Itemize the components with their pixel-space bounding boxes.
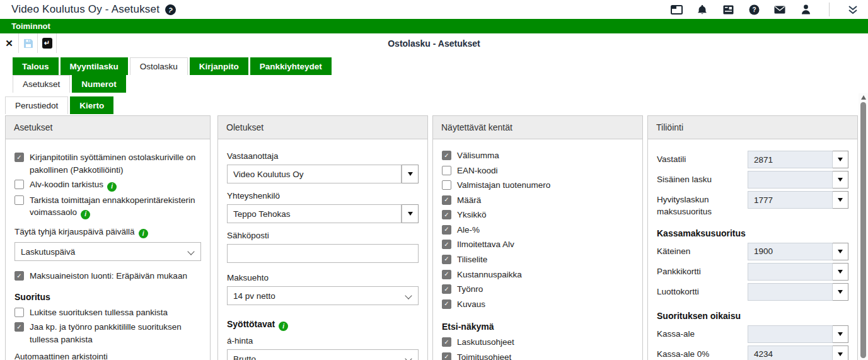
header-icon-bar: ?	[670, 3, 859, 16]
checkbox-label: Yksikkö	[457, 209, 487, 221]
tabrow-sections: Asetukset Numerot	[0, 75, 868, 93]
save-button[interactable]	[19, 33, 38, 53]
account-field[interactable]: 1777	[748, 191, 833, 209]
toolbar-title: Ostolasku - Asetukset	[0, 33, 868, 53]
checkbox-label: Jaa kp. ja työnro pankkitilille suorituk…	[30, 321, 201, 345]
account-field[interactable]: 4234	[748, 345, 833, 360]
checkbox[interactable]	[14, 271, 24, 281]
syottotavat-heading: Syöttötavat	[227, 319, 275, 329]
check-lukitse-suoritus: Lukitse suorituksen tullessa pankista	[14, 306, 201, 319]
settings-panels: Asetukset Kirjanpitotilin syöttäminen os…	[5, 115, 868, 360]
check-yksikko: Yksikkö	[442, 209, 634, 221]
yhteyshenkilo-label: Yhteyshenkilö	[227, 191, 419, 200]
tab-talous[interactable]: Talous	[13, 57, 59, 75]
vertical-scrollbar[interactable]	[859, 93, 868, 360]
account-dropdown-button[interactable]	[833, 243, 848, 260]
chevron-double-down-icon[interactable]	[847, 3, 859, 16]
close-button[interactable]: ✕	[0, 33, 19, 53]
row-hyvityslaskun-maksusuoritus: Hyvityslaskun maksusuoritus 1777	[657, 191, 848, 218]
mail-icon[interactable]	[773, 3, 786, 16]
account-dropdown-button[interactable]	[833, 171, 848, 189]
vastaanottaja-input[interactable]	[227, 165, 402, 183]
checkbox[interactable]	[14, 153, 24, 162]
checkbox[interactable]	[14, 322, 24, 332]
tab-kierto[interactable]: Kierto	[70, 96, 113, 114]
checkbox[interactable]	[442, 210, 451, 219]
checkbox[interactable]	[442, 270, 451, 279]
date-fill-select[interactable]: Laskutuspäivä	[14, 242, 201, 261]
checkbox[interactable]	[442, 180, 451, 190]
checkbox-label: Työnro	[457, 283, 483, 296]
checkbox[interactable]	[14, 308, 24, 317]
account-field[interactable]	[748, 283, 833, 301]
account-field[interactable]	[748, 263, 833, 281]
tab-perustiedot[interactable]: Perustiedot	[5, 96, 68, 114]
info-icon[interactable]: i	[81, 210, 90, 219]
account-dropdown-button[interactable]	[833, 345, 848, 360]
checkbox[interactable]	[14, 195, 24, 205]
toolbar: ✕ ↵ Ostolasku - Asetukset	[0, 33, 868, 53]
checkbox[interactable]	[442, 352, 451, 360]
dropdown-arrow-icon	[838, 290, 843, 294]
check-tiliselite: Tiliselite	[442, 253, 634, 266]
checkbox[interactable]	[442, 284, 451, 294]
help-circle-icon[interactable]: ?	[748, 3, 760, 16]
tab-pankkiyhteydet[interactable]: Pankkiyhteydet	[250, 57, 332, 75]
sahkoposti-input[interactable]	[227, 244, 419, 263]
checkbox[interactable]	[442, 240, 451, 249]
tab-kirjanpito[interactable]: Kirjanpito	[190, 57, 248, 75]
account-field[interactable]	[748, 325, 833, 343]
tab-myyntilasku[interactable]: Myyntilasku	[61, 57, 128, 75]
window-icon[interactable]	[670, 3, 683, 16]
checkbox[interactable]	[442, 151, 451, 160]
checkbox[interactable]	[442, 299, 451, 309]
vastaanottaja-dropdown-button[interactable]	[402, 165, 419, 183]
maksuehto-select[interactable]: 14 pv netto	[227, 286, 419, 305]
account-field[interactable]: 1900	[748, 243, 833, 260]
checkbox[interactable]	[442, 255, 451, 264]
checkbox[interactable]	[442, 337, 451, 347]
tab-asetukset[interactable]: Asetukset	[13, 75, 70, 93]
exit-icon: ↵	[42, 38, 52, 49]
dropdown-arrow-icon	[838, 198, 843, 202]
tab-numerot[interactable]: Numerot	[72, 75, 126, 93]
account-field[interactable]	[748, 171, 833, 189]
account-dropdown-button[interactable]	[833, 263, 848, 281]
check-valisumma: Välisumma	[442, 149, 634, 162]
info-icon[interactable]: i	[139, 229, 148, 238]
dropdown-arrow-icon	[838, 332, 843, 336]
suorituksen-oikaisu-heading: Suorituksen oikaisu	[657, 311, 848, 321]
menu-toiminnot[interactable]: Toiminnot	[11, 21, 50, 31]
bell-icon[interactable]	[696, 3, 709, 16]
checkbox[interactable]	[442, 166, 451, 175]
row-kassa-ale-0: Kassa-ale 0% 4234	[657, 345, 848, 360]
check-ennakkoperintarekisteri: Tarkista toimittajan ennakkoperintärekis…	[14, 194, 201, 219]
yhteyshenkilo-dropdown-button[interactable]	[402, 204, 419, 223]
checkbox-label: EAN-koodi	[457, 165, 498, 177]
account-dropdown-button[interactable]	[833, 191, 848, 209]
check-kustannuspaikka: Kustannuspaikka	[442, 269, 634, 281]
scrollbar-thumb[interactable]	[860, 102, 866, 358]
ahinta-select[interactable]: Brutto	[227, 349, 419, 360]
info-icon[interactable]: i	[279, 322, 288, 331]
account-dropdown-button[interactable]	[833, 283, 848, 301]
info-icon[interactable]: i	[107, 182, 117, 192]
user-icon[interactable]	[799, 3, 812, 16]
checkbox-label: Maksuaineiston luonti: Eräpäivän mukaan	[30, 270, 187, 282]
exit-button[interactable]: ↵	[38, 33, 57, 53]
checkbox[interactable]	[14, 180, 24, 189]
checkbox[interactable]	[442, 195, 451, 205]
panel-tiliointi-title: Tiliöinti	[648, 116, 857, 139]
yhteyshenkilo-input[interactable]	[227, 204, 402, 223]
card-icon[interactable]	[722, 3, 734, 16]
scroll-up-arrow-icon[interactable]	[861, 95, 866, 100]
checkbox[interactable]	[442, 225, 451, 235]
account-field[interactable]: 2871	[748, 151, 833, 168]
title-help-icon[interactable]: ?	[164, 3, 177, 16]
checkbox-label: Lukitse suorituksen tullessa pankista	[30, 306, 168, 319]
panel-oletukset-title: Oletukset	[218, 116, 427, 139]
check-jaa-kp-tyonro: Jaa kp. ja työnro pankkitilille suorituk…	[14, 321, 201, 345]
account-dropdown-button[interactable]	[833, 151, 848, 168]
account-dropdown-button[interactable]	[833, 325, 848, 343]
tab-ostolasku[interactable]: Ostolasku	[130, 57, 188, 75]
